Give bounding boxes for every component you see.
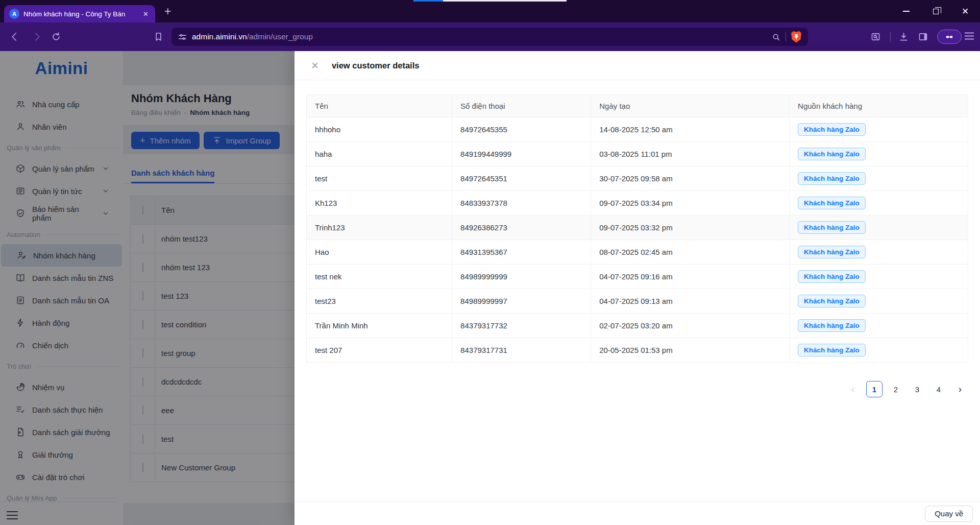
customer-name-cell: Trinh123 [307,216,452,240]
customer-source-cell: Khách hàng Zalo [790,289,968,314]
forward-icon[interactable] [32,32,42,42]
customer-row[interactable]: haha84919944999903-08-2025 11:01 pmKhách… [307,142,968,166]
window-controls: ✕ [891,0,980,22]
drawer-body: TênSố điện thoạiNgày tạoNguồn khách hàng… [295,80,980,502]
progress-strip-white [443,0,567,2]
customer-row[interactable]: Hao8493139536708-07-2025 02:45 amKhách h… [307,240,968,265]
toolbar-divider [890,32,891,42]
source-badge: Khách hàng Zalo [798,172,866,185]
customer-phone-cell: 84989999999 [452,265,591,289]
drawer-header: ✕ view customer details [295,51,980,80]
column-header-nguon-khach-hang: Nguồn khách hàng [790,95,968,117]
customer-created-cell: 14-08-2025 12:50 am [591,117,790,142]
customer-name-cell: hhhoho [307,117,452,142]
customer-name-cell: Kh123 [307,191,452,216]
customer-name-cell: test [307,166,452,191]
browser-tab-active[interactable]: A Nhóm khách hàng - Công Ty Bán ✕ [4,5,155,22]
customer-created-cell: 08-07-2025 02:45 am [591,240,790,265]
minimize-icon [903,11,910,12]
customer-row[interactable]: test nek8498999999904-07-2025 09:16 amKh… [307,265,968,289]
source-badge: Khách hàng Zalo [798,270,866,283]
customer-name-cell: haha [307,142,452,166]
customer-phone-cell: 84989999997 [452,289,591,314]
customer-name-cell: test 207 [307,338,452,363]
site-settings-icon[interactable] [178,32,187,42]
progress-strip-blue [413,0,443,2]
brave-vpn-button[interactable] [937,30,962,44]
pagination-next[interactable]: › [952,381,968,397]
brave-shields-icon[interactable] [791,31,802,43]
new-tab-button[interactable]: + [164,6,171,16]
column-header-ngay-tao: Ngày tạo [591,95,790,117]
customer-name-cell: test23 [307,289,452,314]
customer-row[interactable]: test8497264535130-07-2025 09:58 amKhách … [307,166,968,191]
back-icon[interactable] [9,32,20,42]
restore-icon [933,9,939,14]
customer-row[interactable]: Kh1238483393737809-07-2025 03:34 pmKhách… [307,191,968,216]
vpn-glasses-icon [944,32,954,42]
customer-created-cell: 02-07-2025 03:20 am [591,314,790,338]
customer-source-cell: Khách hàng Zalo [790,265,968,289]
customer-created-cell: 04-07-2025 09:13 am [591,289,790,314]
source-badge: Khách hàng Zalo [798,123,866,136]
drawer-title: view customer details [332,61,420,70]
window-minimize-button[interactable] [891,0,921,22]
bookmark-icon[interactable] [153,32,164,42]
pagination-page-2[interactable]: 2 [888,381,904,397]
url-text: admin.aimini.vn/admin/user_group [192,32,313,41]
customer-name-cell: Trần Minh Minh [307,314,452,338]
customer-source-cell: Khách hàng Zalo [790,216,968,240]
pagination-page-3[interactable]: 3 [909,381,925,397]
address-bar[interactable]: admin.aimini.vn/admin/user_group [172,28,808,46]
window-close-button[interactable]: ✕ [950,0,980,22]
customer-name-cell: test nek [307,265,452,289]
column-header-so-ien-thoai: Số điện thoại [452,95,591,117]
customer-row[interactable]: hhhoho8497264535514-08-2025 12:50 amKhác… [307,117,968,142]
browser-toolbar: admin.aimini.vn/admin/user_group [0,22,980,51]
browser-menu-icon[interactable] [965,33,974,41]
source-badge: Khách hàng Zalo [798,197,866,209]
customer-source-cell: Khách hàng Zalo [790,142,968,166]
customer-table: TênSố điện thoạiNgày tạoNguồn khách hàng… [306,94,968,363]
customer-phone-cell: 84379317731 [452,338,591,363]
customer-created-cell: 30-07-2025 09:58 am [591,166,790,191]
side-panel-icon[interactable] [918,32,928,42]
customer-phone-cell: 84379317732 [452,314,591,338]
pagination-prev: ‹ [845,381,861,397]
customer-source-cell: Khách hàng Zalo [790,314,968,338]
search-icon[interactable] [771,32,781,42]
customer-created-cell: 03-08-2025 11:01 pm [591,142,790,166]
search-tabs-icon[interactable] [870,32,881,42]
close-icon[interactable]: ✕ [311,61,319,70]
source-badge: Khách hàng Zalo [798,246,866,258]
customer-phone-cell: 84931395367 [452,240,591,265]
downloads-icon[interactable] [898,32,909,42]
customer-row[interactable]: test 2078437931773120-05-2025 01:53 pmKh… [307,338,968,363]
tab-title: Nhóm khách hàng - Công Ty Bán [23,10,137,18]
customer-phone-cell: 84972645355 [452,117,591,142]
source-badge: Khách hàng Zalo [798,295,866,307]
customer-row[interactable]: test238498999999704-07-2025 09:13 amKhác… [307,289,968,314]
source-badge: Khách hàng Zalo [798,221,866,234]
pagination-page-1[interactable]: 1 [866,381,883,397]
back-button[interactable]: Quay về [925,506,973,522]
pagination-page-4[interactable]: 4 [930,381,947,397]
customer-details-drawer: ✕ view customer details TênSố điện thoại… [295,51,980,525]
source-badge: Khách hàng Zalo [798,319,866,332]
customer-source-cell: Khách hàng Zalo [790,166,968,191]
reload-icon[interactable] [51,32,61,42]
customer-phone-cell: 84926386273 [452,216,591,240]
customer-created-cell: 20-05-2025 01:53 pm [591,338,790,363]
window-restore-button[interactable] [921,0,950,22]
customer-source-cell: Khách hàng Zalo [790,240,968,265]
customer-source-cell: Khách hàng Zalo [790,338,968,363]
source-badge: Khách hàng Zalo [798,344,866,356]
customer-created-cell: 09-07-2025 03:32 pm [591,216,790,240]
customer-row[interactable]: Trinh1238492638627309-07-2025 03:32 pmKh… [307,216,968,240]
customer-source-cell: Khách hàng Zalo [790,191,968,216]
tab-close-icon[interactable]: ✕ [141,10,150,18]
source-badge: Khách hàng Zalo [798,148,866,160]
customer-row[interactable]: Trần Minh Minh8437931773202-07-2025 03:2… [307,314,968,338]
customer-phone-cell: 849199449999 [452,142,591,166]
customer-created-cell: 09-07-2025 03:34 pm [591,191,790,216]
